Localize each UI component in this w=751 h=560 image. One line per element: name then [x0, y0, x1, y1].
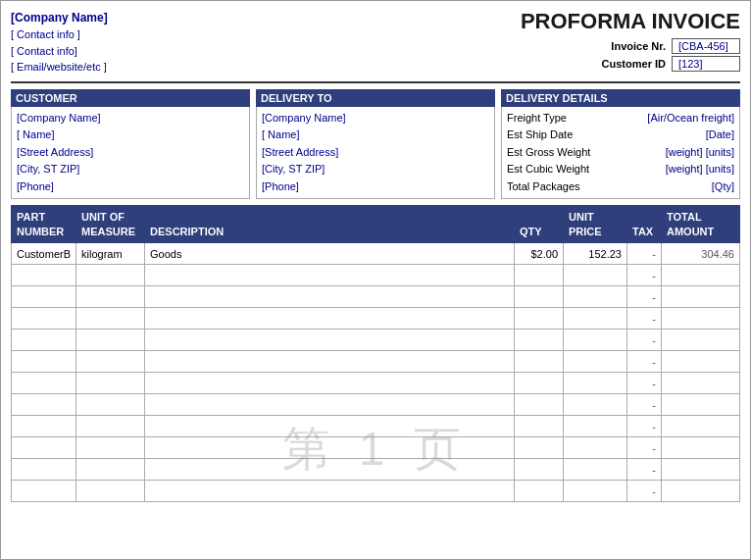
delivery-to-line4: [City, ST ZIP] — [262, 161, 489, 178]
customer-box: CUSTOMER [Company Name] [ Name] [Street … — [11, 89, 250, 200]
customer-id-value[interactable]: [123] — [672, 56, 740, 72]
est-cubic-weight-label: Est Cubic Weight — [507, 161, 589, 178]
delivery-to-box: DELIVERY TO [Company Name] [ Name] [Stre… — [256, 89, 495, 200]
customer-body: [Company Name] [ Name] [Street Address] … — [11, 107, 250, 200]
est-cubic-weight-value: [weight] [units] — [666, 161, 734, 178]
table-row: - — [12, 437, 740, 459]
contact-info-1: [ Contact info ] — [11, 26, 108, 43]
company-name: [Company Name] — [11, 9, 108, 26]
table-row: - — [12, 351, 740, 373]
info-section: CUSTOMER [Company Name] [ Name] [Street … — [11, 89, 740, 200]
total-packages-row: Total Packages [Qty] — [507, 178, 734, 196]
freight-type-label: Freight Type — [507, 110, 567, 127]
table-row: - — [12, 265, 740, 286]
delivery-to-line2: [ Name] — [262, 127, 489, 144]
delivery-to-header: DELIVERY TO — [256, 89, 495, 107]
table-row: - — [12, 286, 740, 308]
est-ship-date-label: Est Ship Date — [507, 127, 573, 144]
table-row: - — [12, 373, 740, 394]
table-row: - — [12, 459, 740, 481]
table-row: - — [12, 416, 740, 437]
est-ship-date-value: [Date] — [706, 127, 734, 144]
delivery-to-line1: [Company Name] — [262, 110, 489, 127]
invoice-nr-row: Invoice Nr. [CBA-456] — [587, 38, 740, 54]
invoice-page: [Company Name] [ Contact info ] [ Contac… — [0, 0, 751, 560]
table-row: - — [12, 330, 740, 351]
customer-id-row: Customer ID [123] — [587, 56, 740, 72]
delivery-details-body: Freight Type [Air/Ocean freight] Est Shi… — [501, 107, 740, 200]
table-row: CustomerBkilogramGoods$2.00152.23-304.46 — [12, 243, 740, 265]
est-ship-date-row: Est Ship Date [Date] — [507, 127, 734, 144]
table-row: - — [12, 481, 740, 502]
total-packages-label: Total Packages — [507, 178, 580, 196]
company-block: [Company Name] [ Contact info ] [ Contac… — [11, 9, 108, 76]
delivery-to-body: [Company Name] [ Name] [Street Address] … — [256, 107, 495, 200]
total-packages-value: [Qty] — [712, 178, 734, 196]
table-header-row: PART NUMBER UNIT OF MEASURE DESCRIPTION … — [12, 206, 740, 243]
customer-header: CUSTOMER — [11, 89, 250, 107]
table-row: - — [12, 394, 740, 416]
customer-line2: [ Name] — [17, 127, 244, 144]
delivery-to-line5: [Phone] — [262, 178, 489, 196]
customer-line4: [City, ST ZIP] — [17, 161, 244, 178]
delivery-details-box: DELIVERY DETAILS Freight Type [Air/Ocean… — [501, 89, 740, 200]
contact-info-3: [ Email/website/etc ] — [11, 59, 108, 76]
est-gross-weight-row: Est Gross Weight [weight] [units] — [507, 144, 734, 162]
col-header-tax: TAX — [627, 206, 662, 243]
freight-type-value: [Air/Ocean freight] — [647, 110, 734, 127]
customer-id-label: Customer ID — [587, 58, 666, 70]
invoice-meta: Invoice Nr. [CBA-456] Customer ID [123] — [521, 38, 740, 74]
col-header-unit: UNIT PRICE — [564, 206, 627, 243]
invoice-nr-value[interactable]: [CBA-456] — [672, 38, 740, 54]
col-header-qty: QTY — [515, 206, 564, 243]
invoice-title: PROFORMA INVOICE — [521, 9, 740, 34]
col-header-part: PART NUMBER — [12, 206, 76, 243]
est-gross-weight-label: Est Gross Weight — [507, 144, 590, 162]
table-row: - — [12, 308, 740, 330]
col-header-total: TOTAL AMOUNT — [662, 206, 740, 243]
invoice-title-block: PROFORMA INVOICE Invoice Nr. [CBA-456] C… — [521, 9, 740, 74]
customer-line1: [Company Name] — [17, 110, 244, 127]
est-cubic-weight-row: Est Cubic Weight [weight] [units] — [507, 161, 734, 178]
customer-line3: [Street Address] — [17, 144, 244, 162]
col-header-uom: UNIT OF MEASURE — [76, 206, 145, 243]
invoice-table: PART NUMBER UNIT OF MEASURE DESCRIPTION … — [11, 205, 740, 502]
col-header-desc: DESCRIPTION — [145, 206, 515, 243]
invoice-nr-label: Invoice Nr. — [587, 40, 666, 52]
delivery-details-header: DELIVERY DETAILS — [501, 89, 740, 107]
freight-type-row: Freight Type [Air/Ocean freight] — [507, 110, 734, 127]
customer-line5: [Phone] — [17, 178, 244, 196]
est-gross-weight-value: [weight] [units] — [666, 144, 734, 162]
delivery-to-line3: [Street Address] — [262, 144, 489, 162]
invoice-header: [Company Name] [ Contact info ] [ Contac… — [11, 9, 740, 83]
contact-info-2: [ Contact info] — [11, 43, 108, 60]
